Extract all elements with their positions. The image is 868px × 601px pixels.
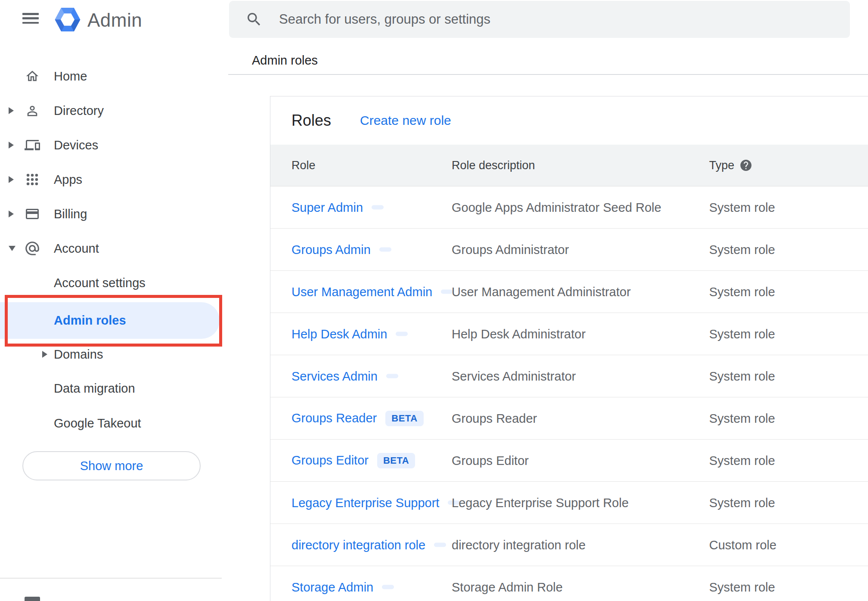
- sidebar-item-directory[interactable]: Directory: [0, 93, 220, 128]
- column-header-role: Role: [291, 159, 316, 172]
- content-divider: [228, 74, 868, 75]
- table-row: Groups Reader BETA Groups Reader System …: [270, 397, 868, 440]
- sidebar-item-label: Billing: [54, 207, 87, 221]
- beta-badge: BETA: [377, 453, 415, 468]
- role-description-cell: Groups Administrator: [452, 242, 569, 257]
- column-header-description: Role description: [452, 159, 535, 172]
- role-link[interactable]: directory integration role: [291, 538, 425, 552]
- role-type-cell: System role: [709, 327, 775, 341]
- sidebar-item-label: Data migration: [54, 381, 135, 396]
- role-description-cell: Storage Admin Role: [452, 580, 563, 594]
- role-link[interactable]: Groups Editor: [291, 453, 369, 468]
- sidebar-item-label: Home: [54, 69, 87, 84]
- roles-panel-header: Roles Create new role: [270, 96, 868, 145]
- caret-right-icon: [9, 142, 16, 149]
- home-icon: [23, 67, 41, 85]
- global-search-bar[interactable]: [229, 1, 850, 38]
- role-cell: Help Desk Admin: [291, 327, 408, 341]
- role-type-cell: System role: [709, 285, 775, 299]
- sidebar-item-home[interactable]: Home: [0, 59, 220, 93]
- panel-title: Roles: [291, 112, 331, 130]
- role-description-cell: Legacy Enterprise Support Role: [452, 496, 629, 510]
- role-description-cell: Help Desk Administrator: [452, 327, 586, 341]
- role-description-cell: directory integration role: [452, 538, 586, 552]
- beta-badge: [434, 543, 446, 547]
- caret-right-icon: [9, 107, 16, 114]
- caret-down-icon: [9, 245, 16, 252]
- role-description-cell: User Management Administrator: [452, 285, 631, 299]
- sidebar-item-data-migration[interactable]: Data migration: [0, 371, 220, 406]
- sidebar-item-label: Domains: [54, 347, 103, 362]
- role-description-cell: Groups Editor: [452, 453, 529, 468]
- role-link[interactable]: Super Admin: [291, 200, 363, 214]
- sidebar-item-billing[interactable]: Billing: [0, 197, 220, 231]
- beta-badge: [382, 585, 394, 589]
- column-header-type: Type: [709, 159, 735, 172]
- sidebar-item-devices[interactable]: Devices: [0, 128, 220, 162]
- apps-grid-icon: [23, 170, 41, 189]
- caret-right-icon: [42, 351, 49, 358]
- help-icon[interactable]: [739, 159, 753, 172]
- sidebar-item-label: Google Takeout: [54, 416, 141, 431]
- create-new-role-link[interactable]: Create new role: [360, 113, 451, 128]
- roles-panel: Roles Create new role Role Role descript…: [270, 96, 868, 601]
- role-link[interactable]: Help Desk Admin: [291, 327, 387, 341]
- sidebar-footer-divider: [0, 578, 222, 579]
- role-link[interactable]: Groups Reader: [291, 411, 377, 425]
- sidebar-item-admin-roles[interactable]: Admin roles: [0, 302, 220, 339]
- role-type-cell: System role: [709, 496, 775, 510]
- sidebar-item-domains[interactable]: Domains: [0, 337, 220, 372]
- table-header-row: Role Role description Type: [270, 145, 868, 186]
- sidebar-item-label: Apps: [54, 173, 82, 187]
- role-cell: Super Admin: [291, 200, 384, 214]
- app-title: Admin: [87, 9, 142, 31]
- beta-badge: [396, 332, 408, 336]
- table-row: Services Admin Services Administrator Sy…: [270, 355, 868, 397]
- sidebar-footer-partial-icon: [25, 597, 40, 601]
- role-link[interactable]: Groups Admin: [291, 242, 371, 257]
- role-link[interactable]: Services Admin: [291, 369, 378, 383]
- role-type-cell: System role: [709, 242, 775, 257]
- role-cell: Groups Admin: [291, 242, 391, 257]
- caret-right-icon: [9, 211, 16, 217]
- beta-badge: BETA: [385, 411, 423, 426]
- table-row: Help Desk Admin Help Desk Administrator …: [270, 313, 868, 355]
- role-description-cell: Services Administrator: [452, 369, 576, 383]
- sidebar-item-label: Account: [54, 242, 99, 256]
- show-more-button[interactable]: Show more: [22, 451, 201, 480]
- sidebar-item-apps[interactable]: Apps: [0, 162, 220, 197]
- role-type-cell: System role: [709, 369, 775, 383]
- role-cell: User Management Admin: [291, 285, 453, 299]
- role-link[interactable]: Legacy Enterprise Support: [291, 496, 439, 510]
- role-link[interactable]: Storage Admin: [291, 580, 373, 594]
- role-cell: Storage Admin: [291, 580, 394, 594]
- role-type-cell: System role: [709, 453, 775, 468]
- role-type-cell: System role: [709, 411, 775, 425]
- sidebar-item-label: Account settings: [54, 276, 146, 290]
- role-description-cell: Groups Reader: [452, 411, 537, 425]
- sidebar-item-label: Directory: [54, 104, 104, 118]
- table-row: User Management Admin User Management Ad…: [270, 271, 868, 313]
- table-row: Legacy Enterprise Support Legacy Enterpr…: [270, 482, 868, 524]
- role-type-cell: Custom role: [709, 538, 776, 552]
- sidebar-item-label: Devices: [54, 138, 98, 152]
- admin-console-page: Admin Home Directory Devices: [0, 0, 868, 601]
- credit-card-icon: [23, 205, 41, 223]
- sidebar-item-account[interactable]: Account: [0, 231, 220, 266]
- sidebar-item-google-takeout[interactable]: Google Takeout: [0, 406, 220, 440]
- caret-right-icon: [9, 176, 16, 183]
- beta-badge: [386, 374, 398, 378]
- search-input[interactable]: [279, 12, 850, 27]
- breadcrumb: Admin roles: [252, 53, 318, 68]
- sidebar-item-account-settings[interactable]: Account settings: [0, 266, 220, 300]
- sidebar: Admin Home Directory Devices: [0, 0, 228, 601]
- table-row: Super Admin Google Apps Administrator Se…: [270, 186, 868, 229]
- admin-hexagon-logo: [55, 8, 81, 31]
- roles-table-body: Super Admin Google Apps Administrator Se…: [270, 186, 868, 601]
- devices-icon: [23, 136, 41, 154]
- role-type-cell: System role: [709, 580, 775, 594]
- at-sign-icon: [23, 239, 41, 257]
- hamburger-menu-icon[interactable]: [22, 13, 39, 24]
- role-link[interactable]: User Management Admin: [291, 285, 432, 299]
- table-row: Storage Admin Storage Admin Role System …: [270, 566, 868, 601]
